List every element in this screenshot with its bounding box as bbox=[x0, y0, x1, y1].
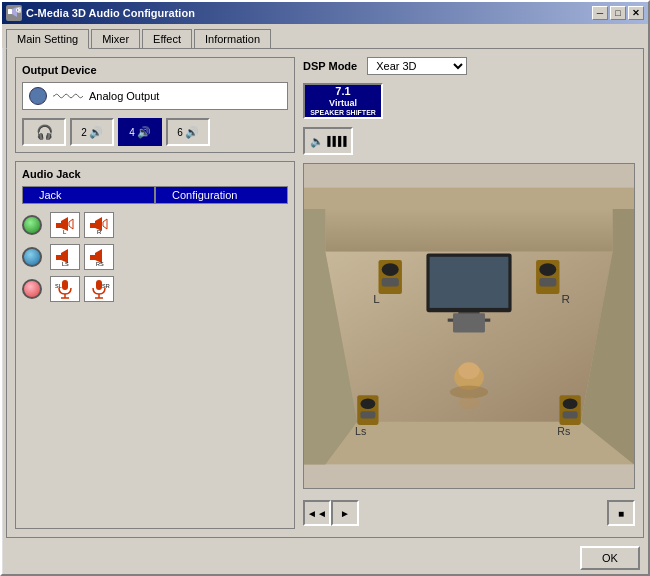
svg-rect-6 bbox=[56, 223, 61, 228]
tab-bar: Main Setting Mixer Effect Information bbox=[2, 24, 648, 48]
channel-buttons: 🎧 2 🔊 4 🔊 6 🔊 bbox=[22, 118, 288, 146]
play-button[interactable]: ► bbox=[331, 500, 359, 526]
jack-tabs: Jack Configuration bbox=[22, 186, 288, 204]
4ch-button[interactable]: 4 🔊 bbox=[118, 118, 162, 146]
playback-buttons: ◄◄ ► bbox=[303, 500, 359, 526]
jack-icon-front-left[interactable]: L bbox=[50, 212, 80, 238]
speaker4-icon: 🔊 bbox=[137, 126, 151, 139]
svg-text:RS: RS bbox=[96, 261, 104, 267]
vss-line1: 7.1 bbox=[335, 85, 350, 98]
stop-icon: ■ bbox=[618, 508, 624, 519]
jack-row-green: L R bbox=[22, 212, 288, 238]
svg-marker-13 bbox=[103, 219, 107, 229]
rewind-button[interactable]: ◄◄ bbox=[303, 500, 331, 526]
svg-rect-42 bbox=[539, 263, 556, 276]
waveform-icon bbox=[53, 88, 83, 104]
jack-row-pink: SL SR bbox=[22, 276, 288, 302]
dsp-mode-row: DSP Mode Xear 3D None Room Effect bbox=[303, 57, 635, 75]
svg-rect-43 bbox=[539, 278, 556, 287]
vss-line2: Virtual bbox=[329, 98, 357, 109]
tab-main-setting[interactable]: Main Setting bbox=[6, 29, 89, 49]
headphone-icon: 🎧 bbox=[36, 124, 53, 140]
window-controls: ─ □ ✕ bbox=[592, 6, 644, 20]
jack-icon-front-right[interactable]: R bbox=[84, 212, 114, 238]
play-icon: ► bbox=[340, 508, 350, 519]
jack-icon-mic1[interactable]: SL bbox=[50, 276, 80, 302]
jack-tab-configuration[interactable]: Configuration bbox=[155, 186, 288, 204]
svg-rect-0 bbox=[8, 9, 12, 14]
rewind-icon: ◄◄ bbox=[307, 508, 327, 519]
ok-button[interactable]: OK bbox=[580, 546, 640, 570]
virtual-speaker-button[interactable]: 7.1 Virtual SPEAKER SHIFTER bbox=[303, 83, 383, 119]
output-device-title: Output Device bbox=[22, 64, 288, 76]
vss-line3: SPEAKER SHIFTER bbox=[310, 109, 376, 117]
svg-point-47 bbox=[458, 362, 479, 379]
jack-rows: L R bbox=[22, 212, 288, 302]
svg-rect-39 bbox=[382, 278, 399, 287]
svg-rect-50 bbox=[360, 411, 375, 418]
jack-icon-surround-right[interactable]: RS bbox=[84, 244, 114, 270]
svg-marker-30 bbox=[325, 209, 612, 252]
svg-rect-54 bbox=[563, 411, 578, 418]
svg-marker-1 bbox=[12, 7, 17, 17]
analog-output-label: Analog Output bbox=[89, 90, 159, 102]
svg-rect-53 bbox=[563, 398, 578, 409]
main-window: C-Media 3D Audio Configuration ─ □ ✕ Mai… bbox=[0, 0, 650, 576]
audio-jack-title: Audio Jack bbox=[22, 168, 288, 180]
right-panel: DSP Mode Xear 3D None Room Effect 7.1 Vi… bbox=[303, 57, 635, 529]
svg-text:R: R bbox=[97, 229, 102, 235]
output-device-section: Output Device Analog Output 🎧 bbox=[15, 57, 295, 153]
svg-rect-20 bbox=[62, 280, 68, 290]
svg-point-2 bbox=[17, 8, 20, 12]
6ch-button[interactable]: 6 🔊 bbox=[166, 118, 210, 146]
speaker2-icon: 🔊 bbox=[89, 126, 103, 139]
svg-rect-38 bbox=[382, 263, 399, 276]
tab-effect[interactable]: Effect bbox=[142, 29, 192, 49]
headphone-button[interactable]: 🎧 bbox=[22, 118, 66, 146]
svg-marker-9 bbox=[69, 219, 73, 229]
jack-icon-mic2[interactable]: SR bbox=[84, 276, 114, 302]
tab-mixer[interactable]: Mixer bbox=[91, 29, 140, 49]
room-svg: L R Ls bbox=[304, 164, 634, 488]
analog-icon bbox=[29, 87, 47, 105]
tab-information[interactable]: Information bbox=[194, 29, 271, 49]
volume-button[interactable]: 🔈 ▐▐▐▐ bbox=[303, 127, 353, 155]
speaker6-icon: 🔊 bbox=[185, 126, 199, 139]
svg-rect-17 bbox=[90, 255, 95, 260]
svg-text:Ls: Ls bbox=[355, 425, 366, 437]
svg-rect-34 bbox=[430, 257, 509, 308]
app-icon bbox=[6, 5, 22, 21]
maximize-button[interactable]: □ bbox=[610, 6, 626, 20]
audio-jack-section: Audio Jack Jack Configuration bbox=[15, 161, 295, 529]
room-visualization: L R Ls bbox=[303, 163, 635, 489]
jack-row-blue: LS RS bbox=[22, 244, 288, 270]
footer: OK bbox=[2, 542, 648, 574]
svg-rect-10 bbox=[90, 223, 95, 228]
minimize-button[interactable]: ─ bbox=[592, 6, 608, 20]
jack-dot-pink bbox=[22, 279, 42, 299]
jack-icons-row2: LS RS bbox=[50, 244, 114, 270]
device-circle-icon bbox=[29, 87, 47, 105]
svg-text:LS: LS bbox=[62, 261, 69, 267]
jack-icons-row1: L R bbox=[50, 212, 114, 238]
dsp-mode-select[interactable]: Xear 3D None Room Effect bbox=[367, 57, 467, 75]
svg-point-57 bbox=[458, 396, 479, 409]
close-button[interactable]: ✕ bbox=[628, 6, 644, 20]
jack-tab-jack[interactable]: Jack bbox=[22, 186, 155, 204]
stop-button[interactable]: ■ bbox=[607, 500, 635, 526]
svg-text:SL: SL bbox=[55, 283, 62, 289]
svg-rect-45 bbox=[453, 313, 485, 332]
jack-dot-green bbox=[22, 215, 42, 235]
svg-text:R: R bbox=[562, 292, 570, 305]
jack-icon-surround-left[interactable]: LS bbox=[50, 244, 80, 270]
2ch-button[interactable]: 2 🔊 bbox=[70, 118, 114, 146]
svg-rect-14 bbox=[56, 255, 61, 260]
dsp-mode-label: DSP Mode bbox=[303, 60, 357, 72]
bottom-controls: ◄◄ ► ■ bbox=[303, 497, 635, 529]
2ch-label: 2 bbox=[81, 127, 87, 138]
volume-bars: ▐▐▐▐ bbox=[324, 136, 346, 146]
svg-text:Rs: Rs bbox=[557, 425, 570, 437]
svg-text:L: L bbox=[373, 292, 380, 305]
volume-icon: 🔈 bbox=[310, 135, 324, 148]
jack-dot-blue bbox=[22, 247, 42, 267]
